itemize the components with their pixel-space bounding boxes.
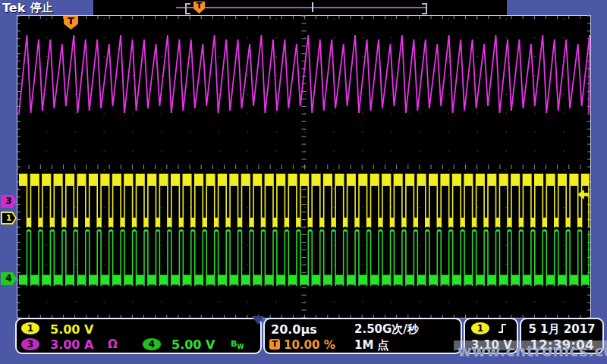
ch4-badge: 4 <box>143 338 161 350</box>
acquisition-status: 停止 <box>30 1 53 15</box>
horizontal-acquisition-box: 20.0μs 2.50G次/秒 T 10.00 % 1M 点 <box>263 318 462 354</box>
time-per-div: 20.0μs <box>271 322 317 337</box>
tek-logo: Tek <box>2 1 25 15</box>
trigger-source-badge: 1 <box>471 322 489 334</box>
date-readout: 5 1月 2017 <box>521 322 602 337</box>
record-view-right-bracket <box>422 3 427 14</box>
record-length: 1M 点 <box>354 338 389 353</box>
record-trigger-position-icon: T <box>193 2 205 14</box>
ch4-ground-marker[interactable]: 4 <box>1 272 17 285</box>
ch3-badge: 3 <box>21 338 39 350</box>
ch3-coupling: Ω <box>108 337 118 351</box>
ch1-ground-marker[interactable]: 1 <box>1 212 17 224</box>
oscilloscope-screen: Tek 停止 T T 3 1 4 1 5.00 V 3 3.00 A Ω 4 5… <box>0 0 607 364</box>
sample-rate: 2.50G次/秒 <box>354 322 419 337</box>
ch1-ground-marker-label: 1 <box>2 213 15 223</box>
channel-readouts-box: 1 5.00 V 3 3.00 A Ω 4 5.00 V BW <box>15 318 262 354</box>
ch4-scale: 5.00 V <box>171 337 215 352</box>
trigger-t-badge: T <box>269 339 280 350</box>
ch1-badge: 1 <box>21 322 39 334</box>
rising-edge-icon <box>497 322 508 334</box>
ch4-bandwidth-indicator: BW <box>231 339 244 350</box>
ch3-scale: 3.00 A <box>50 337 93 352</box>
record-view-left-bracket <box>185 3 190 14</box>
ch3-trace <box>19 35 590 113</box>
watermark-text: www.cntronics.com <box>458 342 607 360</box>
ch3-ground-marker[interactable]: 3 <box>1 195 17 208</box>
ch1-scale: 5.00 V <box>50 322 93 337</box>
record-view-strip: T <box>93 0 507 15</box>
graticule-ticks <box>17 16 590 318</box>
bw-sub-letter: W <box>237 344 244 350</box>
record-view-center-tick <box>312 2 313 12</box>
record-view-line <box>176 7 426 8</box>
waveform-svg <box>17 15 591 318</box>
horizontal-position: 10.00 % <box>284 338 335 352</box>
